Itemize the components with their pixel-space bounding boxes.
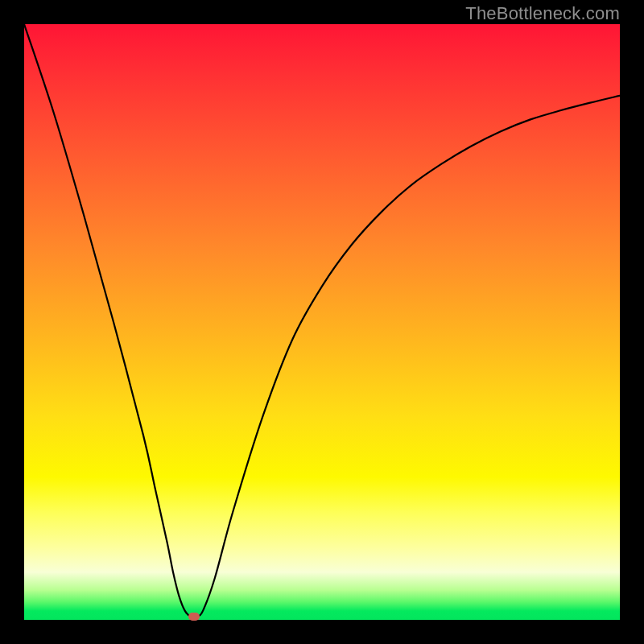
bottleneck-curve: [24, 24, 620, 620]
watermark-text: TheBottleneck.com: [465, 3, 620, 24]
chart-frame: TheBottleneck.com: [0, 0, 644, 644]
plot-area: [24, 24, 620, 620]
optimum-marker: [188, 613, 200, 621]
